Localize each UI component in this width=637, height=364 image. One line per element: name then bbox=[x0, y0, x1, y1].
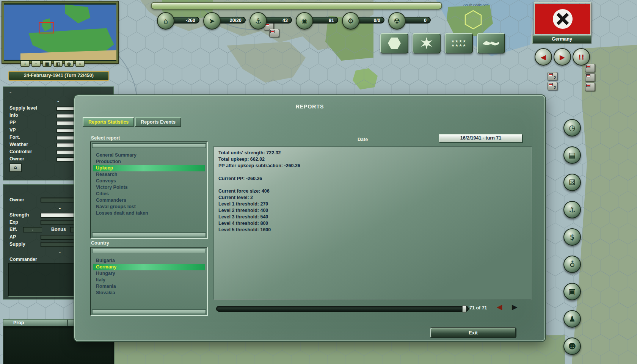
terrain-title: - bbox=[9, 89, 11, 96]
prev-page-button[interactable]: ◀ bbox=[497, 303, 502, 311]
terrain-value: - bbox=[57, 97, 59, 104]
cycle-button-icon: ▶ bbox=[560, 53, 565, 61]
report-list-item[interactable]: General Summary bbox=[93, 152, 205, 158]
report-line: Level 4 threshold: 800 bbox=[218, 220, 527, 227]
structure-icon: ⌂ bbox=[9, 163, 22, 172]
report-scrollbar[interactable] bbox=[216, 306, 469, 312]
report-list-item[interactable]: Production bbox=[93, 158, 205, 165]
exit-button[interactable]: Exit bbox=[430, 328, 516, 338]
sea-transport-resource: 81 ◉ bbox=[296, 11, 342, 30]
map-units-button[interactable]: ○ bbox=[75, 61, 85, 67]
turn-date-display: 24-February-1941 (Turn 72/450) bbox=[8, 71, 109, 81]
right-toolbar: ◷ ▤ ⚄ ⚓ $ ♁ ▣ ♟ ☻ bbox=[563, 119, 581, 355]
screen-button[interactable]: ▣ bbox=[563, 283, 581, 300]
hex-select-button[interactable] bbox=[380, 33, 408, 53]
report-list-item[interactable]: Upkeep bbox=[93, 165, 205, 171]
nation-name-bar: Germany bbox=[532, 35, 592, 44]
reports-dialog: REPORTS Reports Statistics Reports Event… bbox=[74, 95, 545, 341]
report-list-item[interactable]: Cities bbox=[93, 191, 205, 197]
clock-button[interactable]: ◷ bbox=[563, 119, 581, 136]
listbox-bottom-strip bbox=[92, 309, 206, 314]
counter-flag-icon bbox=[586, 74, 590, 77]
select-report-label: Select report bbox=[91, 135, 120, 141]
date-field[interactable]: 16/2/1941 - turn 71 bbox=[439, 134, 523, 143]
country-list-item[interactable]: Italy bbox=[93, 277, 205, 283]
air-raid-button[interactable] bbox=[413, 33, 441, 53]
unit-counter[interactable] bbox=[585, 73, 595, 82]
eff-label: Eff. bbox=[9, 227, 17, 232]
action-button-icon bbox=[483, 39, 499, 48]
report-list-item[interactable]: Convoys bbox=[93, 178, 205, 184]
minimap[interactable] bbox=[4, 3, 116, 61]
resource-icon: ☢ bbox=[388, 12, 406, 30]
unit-counter[interactable]: 2 bbox=[548, 82, 557, 90]
diplomacy-button[interactable] bbox=[477, 33, 505, 53]
prop-column-divider bbox=[67, 320, 68, 326]
country-list: Bulgaria Germany Hungary Italy Romania S… bbox=[90, 247, 208, 316]
experience-button[interactable]: ★★★★ ★★★★ bbox=[445, 33, 473, 53]
resource-bar: -260 ⌂ 20/20 ➤ 43 ⚓ 81 ◉ 0/0 ⚙ bbox=[157, 11, 435, 30]
unit-counter[interactable]: 2 bbox=[548, 72, 557, 80]
map-layers-button[interactable]: ▩ bbox=[42, 61, 52, 67]
economy-button[interactable]: $ bbox=[563, 228, 581, 246]
unit-counter[interactable] bbox=[585, 83, 595, 91]
dialog-tabs: Reports Statistics Reports Events bbox=[83, 117, 181, 127]
report-list-item[interactable]: Research bbox=[93, 171, 205, 178]
minimap-buttons: + − ▩ ◧ ◍ ○ bbox=[20, 61, 85, 67]
zoom-in-button[interactable]: + bbox=[20, 61, 30, 67]
country-list-item[interactable]: Slovakia bbox=[93, 290, 205, 296]
next-unit-button[interactable]: ▶ bbox=[554, 48, 571, 66]
infantry-button[interactable]: ♟ bbox=[563, 310, 581, 328]
report-line: Level 3 threshold: 540 bbox=[218, 214, 527, 220]
map-terrain-button[interactable]: ◧ bbox=[53, 61, 63, 67]
report-list: General Summary Production Upkeep Resear… bbox=[90, 141, 208, 239]
country-list-item[interactable]: Hungary bbox=[93, 270, 205, 277]
commander-button[interactable]: ☻ bbox=[563, 337, 581, 355]
cycle-button-icon: !! bbox=[578, 53, 584, 61]
country-list-item[interactable]: Germany bbox=[93, 264, 205, 270]
globe-button[interactable]: ♁ bbox=[563, 256, 581, 273]
warship-button[interactable]: ⚓ bbox=[563, 201, 581, 218]
unit-counter[interactable] bbox=[269, 29, 279, 37]
country-list-item[interactable]: Bulgaria bbox=[93, 257, 205, 264]
resource-icon: ⌂ bbox=[157, 12, 174, 30]
map-colors-button[interactable]: ◍ bbox=[64, 61, 74, 67]
dice-button[interactable]: ⚄ bbox=[563, 174, 581, 191]
info-row-label: Owner bbox=[9, 156, 24, 162]
report-list-item[interactable]: Naval groups lost bbox=[93, 204, 205, 210]
alert-button[interactable]: !! bbox=[573, 48, 590, 66]
dialog-tab[interactable]: Reports Events bbox=[135, 117, 181, 127]
counter-flag-icon bbox=[549, 73, 553, 76]
navy-resource: 43 ⚓ bbox=[249, 11, 296, 30]
report-list-item[interactable]: Commanders bbox=[93, 197, 205, 204]
papers-button[interactable]: ▤ bbox=[563, 146, 581, 164]
info-row-label: Supply level bbox=[9, 105, 37, 111]
listbox-bottom-strip bbox=[92, 232, 206, 237]
info-row-label: VP bbox=[9, 127, 16, 133]
report-line: Level 2 threshold: 400 bbox=[218, 207, 527, 214]
dialog-tab[interactable]: Reports Statistics bbox=[83, 117, 134, 127]
owner-label: Owner bbox=[9, 197, 24, 202]
prev-unit-button[interactable]: ◀ bbox=[535, 48, 552, 66]
minimap-button-icon: − bbox=[35, 61, 37, 66]
counter-flag-icon bbox=[586, 84, 590, 87]
unit-strength: 2 bbox=[554, 86, 556, 90]
report-list-item[interactable]: Victory Points bbox=[93, 184, 205, 191]
next-page-button[interactable]: ▶ bbox=[512, 303, 518, 311]
zoom-out-button[interactable]: − bbox=[31, 61, 41, 67]
germany-flag bbox=[534, 2, 592, 36]
toolbar-button-icon: $ bbox=[570, 232, 575, 242]
info-row-label: Weather bbox=[9, 142, 28, 147]
country-list-item[interactable]: Romania bbox=[93, 283, 205, 290]
bonus-label: Bonus bbox=[51, 227, 66, 232]
report-line: Total units' strength: 722.32 bbox=[218, 150, 527, 156]
resource-icon: ◉ bbox=[296, 12, 313, 30]
counter-flag-icon bbox=[270, 30, 275, 33]
date-label: Date bbox=[358, 137, 368, 142]
resource-icon: ⚓ bbox=[249, 12, 267, 30]
scrollbar-thumb[interactable] bbox=[462, 305, 466, 313]
report-list-item[interactable]: Losses dealt and taken bbox=[93, 210, 205, 217]
report-line: Level 5 threshold: 1600 bbox=[218, 227, 527, 233]
minimap-button-icon: ▩ bbox=[45, 61, 49, 66]
report-line: PP after upkeep subtraction: -260.26 bbox=[218, 163, 527, 169]
